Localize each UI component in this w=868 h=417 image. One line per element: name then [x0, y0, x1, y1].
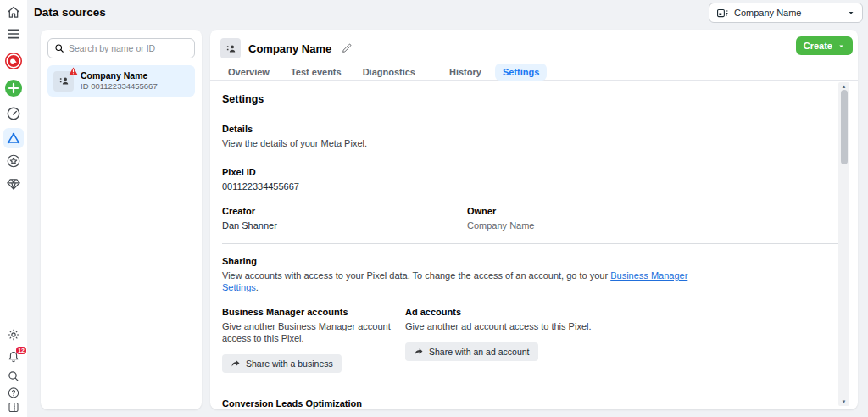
data-source-name: Company Name [81, 70, 158, 81]
pixel-title: Company Name [248, 42, 331, 55]
pixel-id-section: Pixel ID 001122334455667 [222, 167, 821, 192]
data-sources-list-panel: Company Name ID 001122334455667 [41, 30, 202, 409]
notification-badge: 12 [16, 347, 26, 354]
creator-value: Dan Shanner [222, 220, 467, 231]
share-arrow-icon [231, 359, 241, 369]
create-button[interactable]: Create [796, 36, 853, 55]
section-divider [222, 243, 846, 244]
page-title: Data sources [34, 6, 106, 19]
help-icon[interactable] [8, 386, 20, 399]
scroll-up-arrow[interactable]: ▲ [838, 83, 849, 90]
pixel-icon [53, 71, 74, 92]
chevron-down-icon [847, 8, 855, 17]
left-rail: 12 [0, 0, 27, 417]
edit-pencil-icon[interactable] [341, 42, 353, 54]
ads-manager-logo-icon[interactable] [4, 52, 23, 70]
section-divider [222, 386, 846, 386]
create-plus-icon[interactable] [4, 79, 23, 97]
search-icon [54, 43, 64, 53]
chevron-down-icon [837, 42, 845, 50]
ad-accounts-col: Ad accounts Give another ad account acce… [405, 307, 821, 373]
business-accounts-col: Business Manager accounts Give another B… [222, 307, 393, 373]
business-selector-dropdown[interactable]: Company Name [709, 3, 863, 23]
business-portfolio-icon [716, 7, 729, 19]
share-with-business-button[interactable]: Share with a business [222, 354, 342, 373]
performance-gauge-icon[interactable] [6, 106, 21, 121]
search-input[interactable] [69, 43, 188, 53]
gem-icon[interactable] [6, 176, 21, 192]
business-selector-label: Company Name [734, 8, 842, 18]
scroll-down-arrow[interactable]: ▼ [838, 398, 849, 405]
tab-settings[interactable]: Settings [495, 64, 547, 81]
tab-bar: Overview Test events Diagnostics History… [220, 64, 848, 81]
data-source-list-item[interactable]: Company Name ID 001122334455667 [47, 65, 195, 97]
share-arrow-icon [414, 347, 424, 357]
owner-value: Company Name [467, 220, 821, 231]
notifications-bell-icon[interactable]: 12 [7, 350, 20, 364]
menu-icon[interactable] [7, 28, 20, 40]
share-with-ad-account-button[interactable]: Share with an ad account [405, 342, 538, 361]
tab-history[interactable]: History [442, 64, 489, 81]
pixel-icon [220, 38, 241, 58]
data-source-id: ID 001122334455667 [81, 81, 158, 92]
vertical-scrollbar[interactable]: ▲ ▼ [838, 82, 849, 406]
settings-content: Settings Details View the details of you… [210, 81, 858, 409]
search-box [47, 38, 195, 58]
sharing-section: Sharing View accounts with access to you… [222, 256, 821, 373]
data-sources-icon[interactable] [3, 128, 24, 148]
tab-test-events[interactable]: Test events [283, 64, 349, 81]
quality-star-icon[interactable] [6, 153, 21, 169]
creator-owner-row: Creator Dan Shanner Owner Company Name [222, 206, 821, 231]
home-icon[interactable] [7, 5, 21, 19]
settings-heading: Settings [222, 93, 821, 105]
pixel-header: Company Name Create Overview Test events… [210, 30, 858, 81]
warning-triangle-icon [69, 67, 78, 75]
tab-diagnostics[interactable]: Diagnostics [355, 64, 423, 81]
details-section: Details View the details of your Meta Pi… [222, 124, 821, 149]
conversion-leads-section: Conversion Leads Optimization Deliver yo… [222, 398, 821, 409]
settings-gear-icon[interactable] [7, 328, 20, 342]
page-directory-icon[interactable] [8, 401, 20, 414]
scrollbar-thumb[interactable] [841, 90, 848, 164]
pixel-detail-panel: Company Name Create Overview Test events… [210, 30, 858, 409]
tab-overview[interactable]: Overview [220, 64, 277, 81]
pixel-id-value: 001122334455667 [222, 181, 821, 192]
search-nav-icon[interactable] [7, 370, 20, 383]
